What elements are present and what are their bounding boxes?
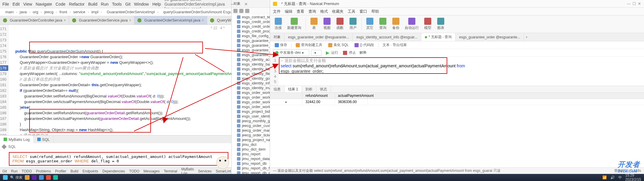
table-esgs_credit_product[interactable]: esgs_credit_product	[232, 29, 270, 34]
table-esgs_contract_template[interactable]: esgs_contract_template	[232, 15, 270, 19]
footer-messages[interactable]: Messages	[144, 169, 160, 173]
crumb-service[interactable]: service	[73, 10, 85, 14]
table-esgs_order_work_approve[interactable]: esgs_order_work_approve	[232, 95, 270, 100]
table-esgs_credit_order_file[interactable]: esgs_credit_order_file	[232, 24, 270, 29]
tb-连接[interactable]: 连接	[272, 17, 284, 31]
table-esgs_guarantee_order[interactable]: esgs_guarantee_order	[232, 38, 270, 43]
save-button[interactable]: 保存	[273, 42, 289, 48]
task-app-icon[interactable]	[46, 175, 51, 180]
rtab-result1[interactable]: 结果 1	[284, 86, 302, 92]
tb-备份[interactable]: 备份	[390, 17, 402, 31]
table-jimu_dict[interactable]: jimu_dict	[232, 142, 270, 147]
run-icon[interactable]: ▶	[326, 50, 329, 56]
table-jeecg_project_nature_income[interactable]: jeecg_project_nature_income	[232, 138, 270, 142]
text-export-button[interactable]: 文本 · 导出结果	[381, 42, 409, 48]
start-icon[interactable]	[3, 175, 8, 180]
menu-run[interactable]: Run	[101, 2, 109, 6]
tb-查询[interactable]: 查询	[377, 17, 389, 31]
table-jeecg_order_main[interactable]: jeecg_order_main	[232, 128, 270, 133]
table-jeecg_order_ticket[interactable]: jeecg_order_ticket	[232, 133, 270, 138]
task-folder-icon[interactable]	[25, 175, 30, 180]
menu-git[interactable]: Git	[125, 2, 131, 6]
table-esgs_identity_bank_guarantee[interactable]: esgs_identity_bank_guarantee	[232, 67, 270, 71]
table-esgs_credit_order[interactable]: esgs_credit_order	[232, 19, 270, 24]
run-config[interactable]: EsguaranteeSystemApplication	[223, 10, 231, 14]
menu-code[interactable]: Code	[56, 2, 65, 6]
nav-menu-编辑[interactable]: 编辑	[285, 9, 292, 14]
code-content[interactable]: public Map queryGuaranteeOrderSumAmount(…	[9, 25, 231, 135]
table-jimu_report_db[interactable]: jimu_report_db	[232, 161, 270, 166]
task-edge-icon[interactable]	[39, 175, 44, 180]
footer-problems[interactable]: Problems	[36, 169, 51, 173]
crumb-jeecg[interactable]: jeecg	[44, 10, 53, 14]
cell-refund[interactable]: 32442.00	[303, 99, 335, 105]
menu-build[interactable]: Build	[88, 2, 97, 6]
nav-menu-窗口[interactable]: 窗口	[360, 9, 367, 14]
footer-dependencies[interactable]: Dependencies	[103, 169, 125, 173]
btab-sql[interactable]: SQL	[34, 136, 54, 143]
menu-help[interactable]: Help	[152, 2, 161, 6]
table-jimu_dict_item[interactable]: jimu_dict_item	[232, 147, 270, 152]
table-esgs_identity_info[interactable]: esgs_identity_info	[232, 81, 270, 86]
tb-其它[interactable]: 其它	[364, 17, 376, 31]
table-jeecg_order_customer[interactable]: jeecg_order_customer	[232, 123, 270, 128]
tab-service[interactable]: GuaranteeOrderService.java×	[69, 16, 135, 25]
task-wechat-icon[interactable]	[53, 175, 58, 180]
tb-新建查询[interactable]: 新建查询	[285, 17, 303, 31]
crumb-front[interactable]: front	[59, 10, 67, 14]
rtab-status[interactable]: 状态	[316, 86, 331, 92]
table-jeecg_monthly_growth_analysis[interactable]: jeecg_monthly_growth_analysis	[232, 119, 270, 123]
menu-tools[interactable]: Tools	[112, 2, 122, 6]
stop-button[interactable]: 停止	[349, 50, 356, 55]
crumb-org[interactable]: org	[33, 10, 38, 14]
tb-表[interactable]: 表	[308, 17, 320, 31]
table-jimu_report_data_source[interactable]: jimu_report_data_source	[232, 156, 270, 161]
table-esgs_order_work[interactable]: esgs_order_work	[232, 90, 270, 95]
tb-用户[interactable]: 用户	[347, 17, 359, 31]
nav-tab[interactable]: 对象	[270, 33, 284, 41]
nav-menu-格式[interactable]: 格式	[320, 9, 328, 14]
crumb-java[interactable]: java	[20, 10, 27, 14]
snippet-button[interactable]: () 代码段	[353, 42, 375, 48]
table-esgs_user_identity_rel[interactable]: esgs_user_identity_rel	[232, 114, 270, 119]
task-idea-icon[interactable]	[32, 175, 37, 180]
clock[interactable]: 15:292023/2/15	[625, 173, 641, 181]
tab-serviceimpl[interactable]: GuaranteeOrderServiceImpl.java×	[134, 16, 207, 25]
table-row[interactable]: ▸ 32442.00 3636336.00	[270, 99, 644, 105]
open-icon[interactable]	[233, 9, 238, 13]
footer-endpoints[interactable]: Endpoints	[82, 169, 98, 173]
col-refund[interactable]: refundAmount	[303, 93, 335, 99]
table-jimu_report_db_field[interactable]: jimu_report_db_field	[232, 166, 270, 171]
table-esgs_identity_invoice[interactable]: esgs_identity_invoice	[232, 86, 270, 90]
close-icon[interactable]: ✕	[243, 1, 250, 7]
menu-refactor[interactable]: Refactor	[69, 2, 85, 6]
menu-window[interactable]: Window	[134, 2, 149, 6]
nav-tab[interactable]: * 无标题 - 查询	[421, 33, 456, 41]
cell-actualpay[interactable]: 3636336.00	[335, 99, 367, 105]
footer-profiler[interactable]: Profiler	[55, 169, 66, 173]
win-close-icon[interactable]: ✕	[638, 1, 641, 6]
nav-menu-工具[interactable]: 工具	[348, 9, 355, 14]
nav-menu-查询[interactable]: 查询	[308, 9, 316, 14]
win-max-icon[interactable]: ☐	[632, 1, 636, 6]
footer-todo[interactable]: TODO	[129, 169, 139, 173]
nav-menu-文件[interactable]: 文件	[273, 9, 281, 14]
rtab-info[interactable]: 信息	[270, 86, 284, 92]
explain-button[interactable]: 解释	[360, 50, 367, 55]
minimize-icon[interactable]: —	[231, 1, 235, 7]
search-button[interactable]: 🔍 搜索	[10, 175, 22, 180]
table-esgs_order_work_file[interactable]: esgs_order_work_file	[232, 100, 270, 105]
footer-run[interactable]: Run	[11, 169, 17, 173]
col-actualpay[interactable]: actualPaymentAmount	[335, 93, 367, 99]
connection-select[interactable]: 中友服务-dev ▾	[273, 49, 309, 56]
menu-edit[interactable]: Edit	[13, 2, 20, 6]
table-esgs_identity_bank_gua_rel[interactable]: esgs_identity_bank_gua_rel	[232, 62, 270, 67]
crumb-impl[interactable]: impl	[91, 10, 98, 14]
beautify-sql-button[interactable]: 美化 SQL	[326, 42, 350, 48]
table-esgs_order_work_node[interactable]: esgs_order_work_node	[232, 105, 270, 109]
table-esgs_guarantee_pro_share[interactable]: esgs_guarantee_pro_share	[232, 48, 270, 53]
footer-build[interactable]: Build	[71, 169, 79, 173]
rtab-profile[interactable]: 剖析	[302, 86, 316, 92]
table-esgs_project_bidd[interactable]: esgs_project_bidd	[232, 109, 270, 114]
table-esgs_file_config_dic[interactable]: esgs_file_config_dic	[232, 34, 270, 38]
